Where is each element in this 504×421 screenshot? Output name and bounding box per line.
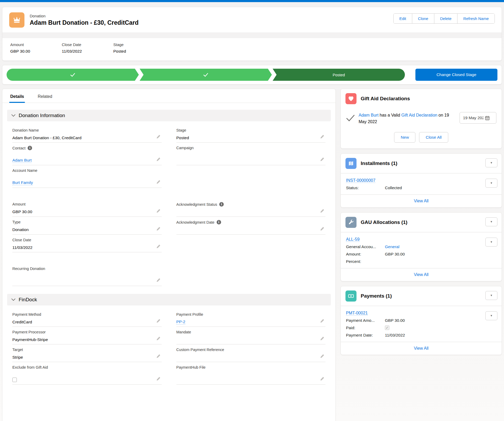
edit-pencil-icon[interactable] bbox=[156, 336, 161, 340]
edit-pencil-icon[interactable] bbox=[320, 227, 324, 231]
edit-pencil-icon[interactable] bbox=[320, 354, 324, 358]
edit-pencil-icon[interactable] bbox=[156, 319, 161, 323]
exclude-gift-aid-checkbox[interactable] bbox=[12, 378, 17, 382]
contact-link[interactable]: Adam Burt bbox=[359, 113, 379, 117]
chevron-down-icon bbox=[11, 298, 16, 301]
installment-row-menu-button[interactable] bbox=[485, 179, 497, 188]
detail-row: Payment Amo... GBP 30.00 bbox=[346, 318, 496, 323]
findock-fields: Payment Method CreditCard Payment Profil… bbox=[7, 308, 331, 389]
gau-allocations-menu-button[interactable] bbox=[485, 217, 497, 226]
edit-pencil-icon[interactable] bbox=[156, 209, 161, 213]
close-all-button[interactable]: Close All bbox=[419, 132, 448, 143]
payments-menu-button[interactable] bbox=[485, 291, 497, 300]
donation-information-fields: Donation Name Adam Burt Donation - £30, … bbox=[7, 123, 331, 290]
record-header-card: Donation Adam Burt Donation - £30, Credi… bbox=[2, 7, 502, 61]
card-title: GAU Allocations (1) bbox=[361, 219, 408, 225]
edit-pencil-icon[interactable] bbox=[156, 377, 161, 381]
highlights-summary: Amount GBP 30.00 Close Date 11/03/2022 S… bbox=[2, 38, 502, 61]
gau-record-link[interactable]: ALL-59 bbox=[346, 237, 360, 242]
detail-row: Payment Date: 11/03/2022 bbox=[346, 333, 496, 338]
summary-amount: Amount GBP 30.00 bbox=[10, 42, 62, 54]
field-exclude-from-gift-aid: Exclude from Gift Aid bbox=[12, 362, 162, 385]
page-title: Adam Burt Donation - £30, CreditCard bbox=[30, 19, 139, 26]
path-stage-2[interactable] bbox=[140, 69, 272, 81]
edit-pencil-icon[interactable] bbox=[320, 336, 324, 340]
field-mandate: Mandate bbox=[176, 327, 326, 344]
field-acknowledgment-status: Acknowledgment Status bbox=[176, 199, 326, 217]
entity-label: Donation bbox=[30, 14, 139, 18]
info-icon[interactable] bbox=[217, 220, 221, 224]
field-payment-processor: Payment Processor PaymentHub-Stripe bbox=[12, 327, 162, 344]
gau-allocations-card: GAU Allocations (1) ALL-59 General Accou… bbox=[340, 212, 502, 281]
record-detail-card: Details Related Donation Information Don… bbox=[2, 89, 336, 421]
payments-card: Payments (1) PMT-00021 Payment Amo... GB… bbox=[340, 286, 502, 355]
installments-menu-button[interactable] bbox=[485, 158, 497, 167]
edit-pencil-icon[interactable] bbox=[156, 227, 161, 231]
field-custom-payment-reference: Custom Payment Reference bbox=[176, 344, 326, 362]
gift-aid-date-input[interactable]: 19 May 2022 bbox=[460, 112, 496, 124]
path-stage-posted[interactable]: Posted bbox=[273, 69, 405, 81]
info-icon[interactable] bbox=[28, 146, 32, 150]
path-stage-1[interactable] bbox=[7, 69, 139, 81]
change-closed-stage-button[interactable]: Change Closed Stage bbox=[415, 69, 497, 81]
field-stage: Stage Posted bbox=[176, 125, 326, 143]
edit-pencil-icon[interactable] bbox=[320, 377, 324, 381]
payment-row-menu-button[interactable] bbox=[485, 311, 497, 320]
gift-aid-declaration-link[interactable]: Gift Aid Declaration bbox=[401, 113, 437, 117]
edit-button[interactable]: Edit bbox=[394, 14, 412, 23]
edit-pencil-icon[interactable] bbox=[156, 180, 161, 184]
field-payment-method: Payment Method CreditCard bbox=[12, 309, 162, 327]
tab-related[interactable]: Related bbox=[37, 89, 53, 103]
wrench-icon bbox=[345, 217, 357, 228]
field-account-name: Account Name Burt Family bbox=[12, 165, 162, 188]
detail-row: Status: Collected bbox=[346, 186, 496, 190]
card-title: Payments (1) bbox=[361, 293, 392, 299]
edit-pencil-icon[interactable] bbox=[320, 157, 324, 161]
field-paymenthub-file: PaymentHub File bbox=[176, 362, 326, 385]
header-divider-strip bbox=[2, 32, 502, 38]
info-icon[interactable] bbox=[219, 202, 224, 207]
summary-close-date: Close Date 11/03/2022 bbox=[62, 42, 113, 54]
detail-row: Paid: bbox=[346, 325, 496, 330]
field-campaign: Campaign bbox=[176, 143, 326, 165]
delete-button[interactable]: Delete bbox=[434, 14, 457, 23]
field-target: Target Stripe bbox=[12, 344, 162, 362]
account-link[interactable]: Burt Family bbox=[12, 180, 33, 185]
detail-row: Amount: GBP 30.00 bbox=[346, 252, 496, 257]
donation-crown-icon bbox=[9, 12, 24, 28]
payment-record-link[interactable]: PMT-00021 bbox=[346, 311, 368, 315]
contact-link[interactable]: Adam Burt bbox=[12, 158, 32, 163]
edit-pencil-icon[interactable] bbox=[320, 134, 324, 139]
valid-check-icon bbox=[346, 115, 355, 123]
clone-button[interactable]: Clone bbox=[412, 14, 434, 23]
detail-row: General Accou... General bbox=[346, 244, 496, 249]
edit-pencil-icon[interactable] bbox=[156, 244, 161, 248]
edit-pencil-icon[interactable] bbox=[320, 319, 324, 323]
check-icon bbox=[203, 73, 208, 77]
gau-view-all-link[interactable]: View All bbox=[414, 272, 429, 277]
field-donation-name: Donation Name Adam Burt Donation - £30, … bbox=[12, 125, 162, 143]
refresh-name-button[interactable]: Refresh Name bbox=[457, 14, 495, 23]
payment-profile-link[interactable]: PP-2 bbox=[176, 319, 185, 324]
edit-pencil-icon[interactable] bbox=[156, 354, 161, 358]
general-accounting-unit-link[interactable]: General bbox=[385, 244, 399, 249]
field-amount: Amount GBP 30.00 bbox=[12, 199, 162, 217]
edit-pencil-icon[interactable] bbox=[156, 278, 161, 282]
section-findock[interactable]: FinDock bbox=[7, 294, 331, 305]
tab-details[interactable]: Details bbox=[9, 89, 25, 103]
installment-record-link[interactable]: INST-00000007 bbox=[346, 178, 375, 183]
edit-pencil-icon[interactable] bbox=[156, 134, 161, 139]
gau-row-menu-button[interactable] bbox=[485, 238, 497, 247]
gift-aid-declarations-card: Gift Aid Declarations Adam Burt has a Va… bbox=[340, 89, 502, 149]
section-donation-information[interactable]: Donation Information bbox=[7, 110, 331, 121]
global-nav-bar bbox=[0, 0, 504, 2]
edit-pencil-icon[interactable] bbox=[320, 209, 324, 213]
detail-row: Percent: bbox=[346, 259, 496, 264]
payments-view-all-link[interactable]: View All bbox=[414, 346, 429, 350]
installments-view-all-link[interactable]: View All bbox=[414, 199, 429, 203]
header-action-group: Edit Clone Delete Refresh Name bbox=[393, 13, 495, 24]
new-button[interactable]: New bbox=[394, 132, 415, 143]
calendar-icon bbox=[485, 116, 490, 120]
edit-pencil-icon[interactable] bbox=[156, 157, 161, 161]
paid-checkbox[interactable] bbox=[385, 325, 389, 330]
